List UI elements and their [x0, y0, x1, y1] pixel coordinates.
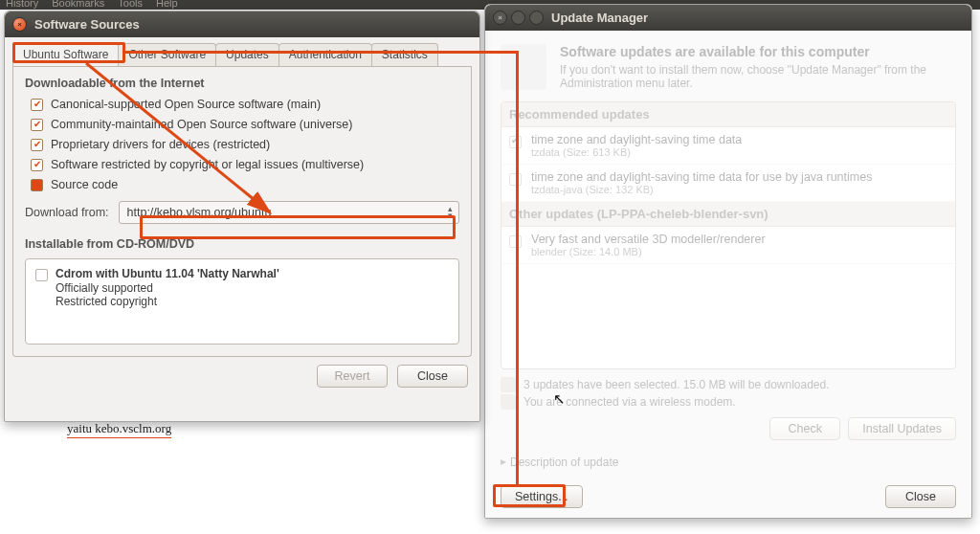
tab-authentication[interactable]: Authentication: [278, 43, 372, 66]
update-item[interactable]: Very fast and versatile 3D modeller/rend…: [501, 227, 955, 264]
chevron-updown-icon: ▴▾: [448, 206, 453, 219]
tab-statistics[interactable]: Statistics: [371, 43, 438, 66]
checkbox[interactable]: [509, 235, 522, 248]
maximize-icon[interactable]: [529, 11, 544, 25]
checkbox-cdrom[interactable]: [35, 269, 48, 281]
revert-button[interactable]: Revert: [317, 365, 388, 388]
updates-list[interactable]: Recommended updates time zone and daylig…: [501, 101, 956, 369]
checkbox-universe[interactable]: [31, 119, 43, 131]
update-manager-window: × Update Manager Software updates are av…: [484, 4, 972, 519]
checkbox-multiverse[interactable]: [31, 159, 43, 171]
download-server-dropdown[interactable]: http://kebo.vlsm.org/ubuntu ▴▾: [119, 201, 459, 224]
update-item[interactable]: time zone and daylight-saving time datat…: [501, 127, 955, 165]
settings-button[interactable]: Settings...: [501, 485, 583, 508]
tab-updates[interactable]: Updates: [215, 43, 279, 66]
close-button[interactable]: Close: [885, 485, 956, 508]
menu-item[interactable]: History: [6, 0, 38, 9]
update-heading: Software updates are available for this …: [560, 44, 956, 59]
checkbox-main[interactable]: [31, 99, 43, 111]
tab-other-software[interactable]: Other Software: [118, 43, 216, 66]
section-header: Installable from CD-ROM/DVD: [25, 237, 459, 251]
tabs-bar: Ubuntu Software Other Software Updates A…: [12, 43, 472, 67]
update-icon: [501, 44, 546, 90]
description-expander[interactable]: ▸Description of update: [501, 456, 956, 469]
close-icon[interactable]: ×: [12, 17, 27, 32]
check-button[interactable]: Check: [769, 417, 840, 440]
section-header: Downloadable from the Internet: [25, 77, 459, 90]
chevron-right-icon: ▸: [501, 455, 506, 468]
software-sources-window: × Software Sources Ubuntu Software Other…: [4, 11, 480, 422]
titlebar[interactable]: × Update Manager: [485, 5, 971, 31]
download-icon: [501, 377, 516, 392]
window-title: Software Sources: [34, 17, 140, 32]
menu-item[interactable]: Bookmarks: [52, 0, 104, 9]
update-item[interactable]: time zone and daylight-saving time data …: [501, 165, 955, 202]
download-from-label: Download from:: [25, 206, 109, 219]
titlebar[interactable]: × Software Sources: [5, 11, 479, 37]
checkbox[interactable]: [509, 136, 522, 148]
status-text: 3 updates have been selected. 15.0 MB wi…: [501, 377, 956, 412]
menu-item[interactable]: Tools: [118, 0, 143, 9]
cdrom-list[interactable]: Cdrom with Ubuntu 11.04 'Natty Narwhal' …: [25, 258, 459, 345]
update-subtext: If you don't want to install them now, c…: [560, 63, 956, 90]
install-updates-button[interactable]: Install Updates: [848, 417, 956, 440]
close-icon[interactable]: ×: [493, 11, 507, 25]
menu-item[interactable]: Help: [156, 0, 178, 9]
window-title: Update Manager: [551, 11, 648, 25]
caption-text: yaitu kebo.vsclm.org: [67, 421, 171, 438]
checkbox-restricted[interactable]: [31, 139, 43, 151]
tab-ubuntu-software[interactable]: Ubuntu Software: [12, 43, 119, 66]
checkbox-source[interactable]: [31, 179, 43, 191]
checkbox[interactable]: [509, 173, 522, 186]
group-header: Recommended updates: [501, 102, 955, 127]
group-header: Other updates (LP-PPA-cheleb-blender-svn…: [501, 202, 955, 227]
minimize-icon[interactable]: [511, 11, 525, 25]
network-icon: [501, 394, 516, 410]
close-button[interactable]: Close: [397, 365, 468, 388]
